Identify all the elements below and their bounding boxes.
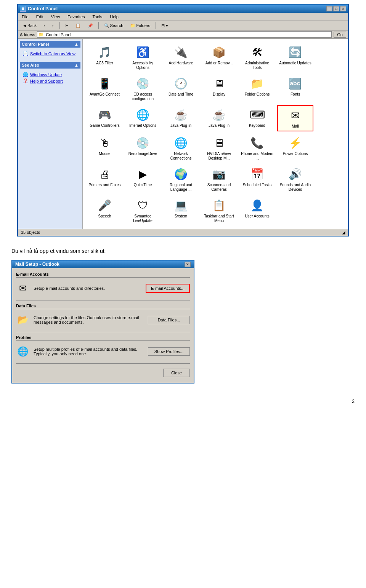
icon-label-auto-updates: Automatic Updates <box>279 61 311 66</box>
paste-button[interactable]: 📌 <box>85 22 96 29</box>
icon-img-display: 🖥 <box>212 76 227 91</box>
toolbar-separator-3 <box>156 22 156 29</box>
icon-quicktime[interactable]: ▶ QuickTime <box>125 165 161 194</box>
icon-speech[interactable]: 🎤 Speech <box>87 196 123 225</box>
icon-display[interactable]: 🖥 Display <box>201 74 237 103</box>
status-bar: 35 objects ◢ <box>18 229 348 236</box>
icon-ac3filter[interactable]: 🎵 AC3 Filter <box>87 43 123 72</box>
icon-mail[interactable]: ✉ Mail <box>277 105 313 131</box>
icon-img-fonts: 🔤 <box>288 76 303 91</box>
icon-keyboard[interactable]: ⌨ Keyboard <box>239 105 275 131</box>
icon-label-nero: Nero ImageDrive <box>128 152 157 156</box>
dialog-section-content-data-files: 📂 Change settings for the files Outlook … <box>16 311 190 329</box>
dialog-close-button[interactable]: Close <box>163 369 190 377</box>
dialog-icon-data-files: 📂 <box>16 313 30 327</box>
icon-img-admin-tools: 🛠 <box>250 45 265 60</box>
icon-avantgo[interactable]: 📱 AvantGo Connect <box>87 74 123 103</box>
icon-java1[interactable]: ☕ Java Plug-in <box>163 105 199 131</box>
icon-nvidia[interactable]: 🖥 NVIDIA nView Desktop M... <box>201 133 237 163</box>
icon-admin-tools[interactable]: 🛠 Administrative Tools <box>239 43 275 72</box>
dialog-close-icon[interactable]: ✕ <box>185 262 191 267</box>
icon-internet-options[interactable]: 🌐 Internet Options <box>125 105 161 131</box>
icon-scanners[interactable]: 📷 Scanners and Cameras <box>201 165 237 194</box>
icon-label-add-remove: Add or Remov... <box>205 61 233 66</box>
icon-label-quicktime: QuickTime <box>134 183 152 187</box>
switch-category-link[interactable]: 📄 Switch to Category View <box>22 50 79 57</box>
icon-user-accounts[interactable]: 👤 User Accounts <box>239 196 275 225</box>
icons-area: 🎵 AC3 Filter ♿ Accessibility Options 🔌 A… <box>83 39 348 229</box>
see-also-area: 🌐 Windows Update ❓ Help and Support <box>20 69 80 86</box>
dialog-btn-profiles[interactable]: Show Profiles... <box>148 347 190 356</box>
help-support-link[interactable]: ❓ Help and Support <box>22 78 79 84</box>
icon-mouse[interactable]: 🖱 Mouse <box>87 133 123 163</box>
icon-img-quicktime: ▶ <box>135 166 151 182</box>
switch-category-icon: 📄 <box>23 51 28 56</box>
sidebar-collapse-icon: ▲ <box>74 42 79 46</box>
icon-system[interactable]: 💻 System <box>163 196 199 225</box>
menu-help[interactable]: Help <box>108 14 120 20</box>
icon-regional[interactable]: 🌍 Regional and Language ... <box>163 165 199 194</box>
window-title: Control Panel <box>28 6 58 11</box>
icon-img-game-controllers: 🎮 <box>97 107 112 122</box>
icon-network[interactable]: 🌐 Network Connections <box>163 133 199 163</box>
icon-printers[interactable]: 🖨 Printers and Faxes <box>87 165 123 194</box>
copy-button[interactable]: 📋 <box>73 22 83 29</box>
control-panel-window: 🖥 Control Panel ─ □ ✕ File Edit View Fav… <box>17 4 349 236</box>
search-button[interactable]: 🔍 Search <box>101 22 126 29</box>
icon-img-keyboard: ⌨ <box>250 107 265 122</box>
icon-folder-options[interactable]: 📁 Folder Options <box>239 74 275 103</box>
icon-img-avantgo: 📱 <box>97 76 112 91</box>
sidebar: Control Panel ▲ 📄 Switch to Category Vie… <box>18 39 83 229</box>
icon-label-user-accounts: User Accounts <box>245 214 269 219</box>
folders-button[interactable]: 📁 Folders <box>127 22 153 29</box>
icon-phone-modem[interactable]: 📞 Phone and Modem ... <box>239 133 275 163</box>
icon-cd-access[interactable]: 💿 CD access configuration <box>125 74 161 103</box>
icon-power[interactable]: ⚡ Power Options <box>277 133 313 163</box>
close-button[interactable]: ✕ <box>340 6 346 11</box>
menu-file[interactable]: File <box>20 14 30 20</box>
icon-fonts[interactable]: 🔤 Fonts <box>277 74 313 103</box>
views-button[interactable]: ⊞ ▾ <box>159 22 171 29</box>
icon-add-hardware[interactable]: 🔌 Add Hardware <box>163 43 199 72</box>
icon-accessibility[interactable]: ♿ Accessibility Options <box>125 43 161 72</box>
up-button[interactable]: ↑ <box>49 22 57 29</box>
icon-taskbar[interactable]: 📋 Taskbar and Start Menu <box>201 196 237 225</box>
icon-game-controllers[interactable]: 🎮 Game Controllers <box>87 105 123 131</box>
icon-img-ac3filter: 🎵 <box>97 45 112 60</box>
icon-img-scanners: 📷 <box>212 166 227 182</box>
cut-button[interactable]: ✂ <box>63 22 71 29</box>
back-button[interactable]: ◄ Back <box>20 22 39 29</box>
menu-tools[interactable]: Tools <box>91 14 104 20</box>
icon-add-remove[interactable]: 📦 Add or Remov... <box>201 43 237 72</box>
menu-edit[interactable]: Edit <box>34 14 45 20</box>
restore-button[interactable]: □ <box>333 6 339 11</box>
address-input[interactable]: 📁 Control Panel <box>37 31 332 38</box>
dialog-section-data-files: Data Files 📂 Change settings for the fil… <box>16 304 190 332</box>
minimize-button[interactable]: ─ <box>326 6 332 11</box>
icon-label-display: Display <box>213 92 225 97</box>
forward-button[interactable]: › <box>41 22 48 29</box>
windows-update-link[interactable]: 🌐 Windows Update <box>22 71 79 78</box>
icon-label-accessibility: Accessibility Options <box>127 61 159 70</box>
icon-symantec[interactable]: 🛡 Symantec LiveUpdate <box>125 196 161 225</box>
menu-view[interactable]: View <box>49 14 62 20</box>
icon-scheduled[interactable]: 📅 Scheduled Tasks <box>239 165 275 194</box>
icon-nero[interactable]: 💿 Nero ImageDrive <box>125 133 161 163</box>
icon-java2[interactable]: ☕ Java Plug-in <box>201 105 237 131</box>
dialog-section-email-accounts: E-mail Accounts ✉ Setup e-mail accounts … <box>16 272 190 300</box>
icon-img-nvidia: 🖥 <box>212 135 227 150</box>
icon-auto-updates[interactable]: 🔄 Automatic Updates <box>277 43 313 72</box>
help-support-label: Help and Support <box>30 79 63 83</box>
address-bar: Address 📁 Control Panel Go <box>18 30 348 39</box>
address-go-button[interactable]: Go <box>334 32 346 38</box>
icon-sounds[interactable]: 🔊 Sounds and Audio Devices <box>277 165 313 194</box>
dialog-separator-0 <box>16 300 190 300</box>
dialog-btn-data-files[interactable]: Data Files... <box>148 316 190 324</box>
icon-img-folder-options: 📁 <box>250 76 265 91</box>
menu-favorites[interactable]: Favorites <box>66 14 87 20</box>
help-support-icon: ❓ <box>23 78 28 83</box>
body-text: Du vil nå få opp et vindu som ser slik u… <box>0 240 366 260</box>
dialog-section-content-email-accounts: ✉ Setup e-mail accounts and directories.… <box>16 280 190 297</box>
icon-date-time[interactable]: 🕐 Date and Time <box>163 74 199 103</box>
dialog-btn-email-accounts[interactable]: E-mail Accounts... <box>146 284 190 293</box>
